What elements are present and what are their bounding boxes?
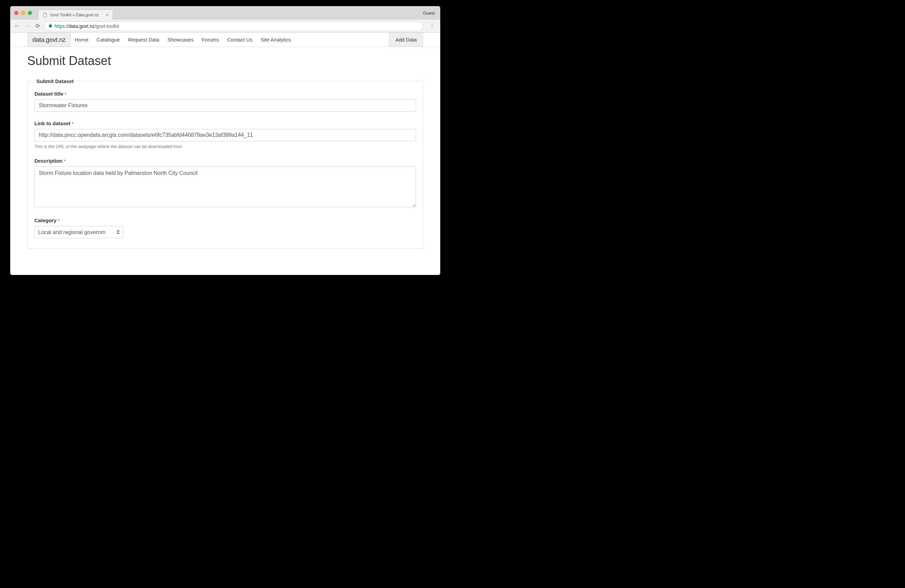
nav-link-analytics[interactable]: Site Analytics	[256, 33, 295, 47]
tab-title: Govt Toolkit » Data.govt.nz	[50, 13, 99, 17]
submit-dataset-fieldset: Submit Dataset Dataset title * Link to d…	[27, 78, 423, 249]
nav-link-showcases[interactable]: Showcases	[164, 33, 198, 47]
file-icon	[43, 13, 47, 17]
required-icon: *	[64, 159, 66, 164]
browser-menu-icon[interactable]: ⋮	[427, 23, 437, 29]
page-title: Submit Dataset	[27, 54, 423, 68]
nav-links: Home Catalogue Request Data Showcases Fo…	[71, 33, 295, 47]
required-icon: *	[72, 122, 73, 126]
form-group-category: Category * Local and regional governm	[34, 217, 416, 238]
close-window-button[interactable]	[14, 11, 18, 15]
page-content: data.govt.nz Home Catalogue Request Data…	[10, 33, 440, 275]
form-group-link: Link to dataset * This is the URL of the…	[34, 120, 416, 149]
maximize-window-button[interactable]	[28, 11, 32, 15]
site-nav: data.govt.nz Home Catalogue Request Data…	[10, 33, 440, 47]
browser-title-bar: Govt Toolkit » Data.govt.nz × Guest	[10, 6, 440, 20]
reload-button[interactable]: ⟳	[35, 23, 40, 29]
browser-window: Govt Toolkit » Data.govt.nz × Guest ← → …	[10, 6, 440, 275]
form-group-description: Description *	[34, 158, 416, 209]
dataset-title-input[interactable]	[34, 99, 416, 112]
form-group-title: Dataset title *	[34, 91, 416, 112]
browser-tab[interactable]: Govt Toolkit » Data.govt.nz ×	[38, 10, 113, 20]
required-icon: *	[58, 219, 60, 223]
nav-link-request-data[interactable]: Request Data	[124, 33, 164, 47]
profile-label[interactable]: Guest	[423, 11, 436, 16]
description-label: Description *	[34, 158, 416, 164]
site-logo[interactable]: data.govt.nz	[27, 33, 71, 47]
nav-link-forums[interactable]: Forums	[197, 33, 223, 47]
main-area: Submit Dataset Submit Dataset Dataset ti…	[10, 47, 440, 255]
minimize-window-button[interactable]	[21, 11, 25, 15]
category-label: Category *	[34, 217, 416, 223]
dataset-link-input[interactable]	[34, 129, 416, 141]
add-data-button[interactable]: Add Data	[389, 33, 423, 47]
nav-link-contact[interactable]: Contact Us	[223, 33, 256, 47]
fieldset-legend: Submit Dataset	[34, 78, 76, 84]
nav-link-catalogue[interactable]: Catalogue	[93, 33, 124, 47]
url-text: https://data.govt.nz/govt-toolkit	[54, 24, 119, 29]
forward-button[interactable]: →	[24, 22, 31, 30]
link-help-text: This is the URL of the webpage where the…	[34, 144, 416, 149]
lock-icon	[48, 24, 52, 29]
browser-toolbar: ← → ⟳ https://data.govt.nz/govt-toolkit …	[10, 20, 440, 33]
window-controls	[14, 11, 32, 15]
nav-link-home[interactable]: Home	[71, 33, 93, 47]
required-icon: *	[65, 92, 67, 97]
address-bar[interactable]: https://data.govt.nz/govt-toolkit	[44, 21, 423, 31]
category-select[interactable]: Local and regional governm	[34, 226, 123, 238]
dataset-link-label: Link to dataset *	[34, 120, 416, 126]
dataset-title-label: Dataset title *	[34, 91, 416, 97]
back-button[interactable]: ←	[14, 22, 21, 30]
description-textarea[interactable]	[34, 166, 416, 207]
close-tab-icon[interactable]: ×	[106, 13, 109, 17]
